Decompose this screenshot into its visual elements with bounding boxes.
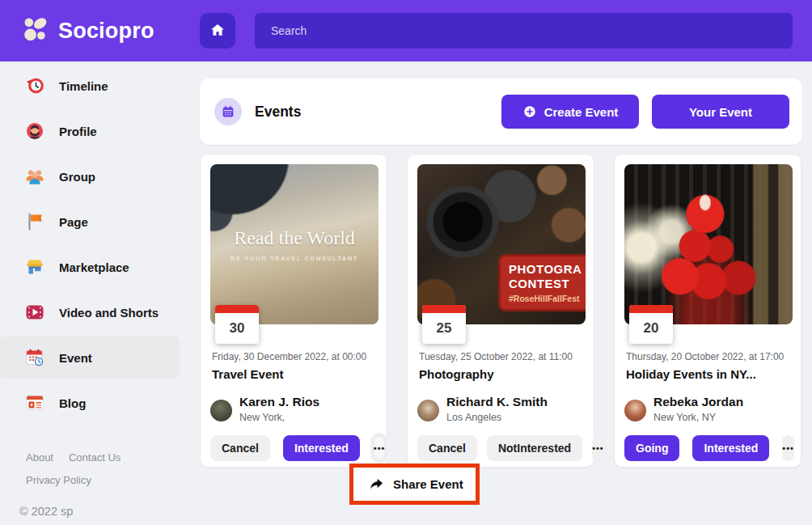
footer-link-privacy[interactable]: Privacy Policy — [26, 474, 91, 486]
sidebar-item-group[interactable]: Group — [0, 155, 200, 197]
sidebar-item-label: Blog — [59, 396, 86, 410]
host-row: Karen J. Rios New York, — [210, 395, 319, 423]
avatar[interactable] — [417, 400, 439, 421]
date-badge-day: 25 — [422, 313, 466, 344]
event-cards-list: Read the World BE YOUR TRAVEL CONSULTANT… — [200, 154, 801, 468]
event-datetime: Thursday, 20 October 2022, at 17:00 — [626, 351, 784, 362]
event-image-photography[interactable]: PHOTOGRA CONTEST #RoseHillFallFest — [417, 164, 586, 324]
event-card-photography: PHOTOGRA CONTEST #RoseHillFallFest 25 Tu… — [407, 154, 594, 468]
share-event-label: Share Event — [393, 477, 463, 491]
badge-line: PHOTOGRA — [509, 262, 586, 277]
card-actions: Going Interested ••• — [624, 435, 791, 461]
sidebar-item-label: Profile — [59, 125, 97, 138]
sidebar-item-event[interactable]: Event — [0, 337, 180, 379]
badge-hashtag: #RoseHillFallFest — [509, 294, 586, 303]
sidebar-item-profile[interactable]: Profile — [0, 110, 200, 152]
event-card-holiday: 20 Thursday, 20 October 2022, at 17:00 H… — [614, 154, 801, 468]
host-name[interactable]: Rebeka Jordan — [653, 395, 743, 409]
event-datetime: Tuesday, 25 October 2022, at 11:00 — [419, 351, 573, 362]
host-name[interactable]: Richard K. Smith — [446, 395, 548, 409]
sidebar-item-label: Timeline — [59, 79, 108, 93]
event-title[interactable]: Photography — [419, 367, 494, 381]
cancel-button[interactable]: Cancel — [417, 435, 477, 461]
plus-circle-icon — [522, 104, 537, 119]
event-datetime: Friday, 30 December 2022, at 00:00 — [212, 351, 366, 362]
date-badge-day: 30 — [215, 313, 259, 344]
create-event-label: Create Event — [544, 105, 619, 119]
sidebar-item-label: Marketplace — [59, 260, 129, 274]
event-card-travel: Read the World BE YOUR TRAVEL CONSULTANT… — [200, 154, 387, 468]
brand[interactable]: Sociopro — [21, 15, 154, 48]
sidebar-item-marketplace[interactable]: Marketplace — [0, 246, 200, 288]
sidebar-item-video[interactable]: Video and Shorts — [0, 291, 200, 333]
more-options-button[interactable]: ••• — [373, 435, 387, 461]
card-actions: Cancel Interested ••• — [210, 435, 377, 461]
event-title[interactable]: Travel Event — [212, 367, 283, 381]
host-location: Los Angeles — [446, 412, 548, 423]
interested-button[interactable]: Interested — [692, 435, 769, 461]
host-row: Rebeka Jordan New York, NY — [624, 395, 743, 423]
copyright-text: © 2022 sp — [19, 505, 73, 518]
event-title[interactable]: Holiday Events in NY... — [626, 367, 756, 381]
footer-link-about[interactable]: About — [26, 451, 53, 464]
badge-line: CONTEST — [509, 277, 586, 291]
sidebar-item-blog[interactable]: Blog — [0, 382, 200, 424]
more-options-button[interactable]: ••• — [592, 435, 604, 461]
host-location: New York, — [239, 412, 319, 423]
page-title: Events — [255, 104, 301, 121]
home-button[interactable] — [200, 13, 235, 49]
host-row: Richard K. Smith Los Angeles — [417, 395, 548, 423]
sidebar-item-label: Event — [59, 351, 92, 365]
host-location: New York, NY — [653, 412, 743, 423]
avatar[interactable] — [624, 400, 646, 421]
date-badge-bar — [422, 305, 466, 313]
group-people-icon — [24, 166, 45, 187]
brand-name: Sociopro — [58, 19, 154, 44]
going-button[interactable]: Going — [624, 435, 679, 461]
calendar-icon — [214, 98, 242, 125]
ellipsis-icon: ••• — [374, 443, 386, 453]
avatar[interactable] — [210, 400, 232, 421]
sidebar-item-label: Page — [59, 215, 88, 229]
profile-avatar-icon — [24, 121, 45, 142]
search-input[interactable] — [255, 13, 793, 49]
event-image-travel[interactable]: Read the World BE YOUR TRAVEL CONSULTANT — [210, 164, 379, 324]
timeline-clock-icon — [24, 75, 45, 96]
sidebar-item-label: Group — [59, 170, 95, 184]
image-caption: Read the World — [210, 227, 379, 249]
create-event-button[interactable]: Create Event — [501, 95, 639, 129]
marketplace-store-icon — [24, 256, 45, 277]
card-actions: Cancel NotInterested ••• — [417, 435, 584, 461]
events-header-panel: Events Create Event Your Event — [200, 78, 802, 145]
sidebar-item-label: Video and Shorts — [59, 306, 159, 320]
notinterested-button[interactable]: NotInterested — [487, 435, 582, 461]
sidebar-item-page[interactable]: Page — [0, 201, 200, 243]
home-icon — [209, 22, 226, 40]
interested-button[interactable]: Interested — [283, 435, 360, 461]
date-badge-day: 20 — [629, 313, 673, 344]
date-badge: 25 — [422, 305, 466, 344]
share-arrow-icon — [369, 477, 384, 491]
contest-badge: PHOTOGRA CONTEST #RoseHillFallFest — [498, 254, 586, 311]
sidebar-footer: About Contact Us Privacy Policy — [26, 451, 121, 487]
blog-window-icon — [24, 392, 45, 413]
date-badge-bar — [215, 305, 259, 313]
page-flag-icon — [24, 211, 45, 232]
your-event-button[interactable]: Your Event — [652, 95, 789, 129]
your-event-label: Your Event — [689, 105, 752, 119]
event-image-holiday[interactable] — [624, 164, 793, 324]
footer-link-contact[interactable]: Contact Us — [69, 451, 121, 464]
date-badge-bar — [629, 305, 673, 313]
ellipsis-icon: ••• — [592, 443, 604, 453]
sidebar-item-timeline[interactable]: Timeline — [0, 65, 200, 107]
sociopro-logo-icon — [21, 15, 51, 48]
more-options-button[interactable]: ••• — [782, 435, 794, 461]
event-calendar-icon — [24, 347, 45, 368]
share-event-menu-item[interactable]: Share Event — [349, 464, 480, 505]
ellipsis-icon: ••• — [782, 443, 794, 453]
host-name[interactable]: Karen J. Rios — [239, 395, 319, 409]
video-play-icon — [24, 302, 45, 323]
cancel-button[interactable]: Cancel — [210, 435, 270, 461]
date-badge: 30 — [215, 305, 259, 344]
date-badge: 20 — [629, 305, 673, 344]
